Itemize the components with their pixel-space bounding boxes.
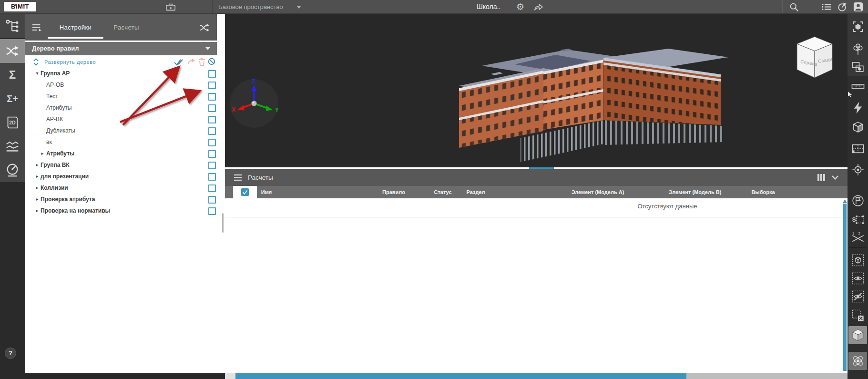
tree-checkbox[interactable] [208,196,216,204]
columns-icon[interactable] [817,174,826,181]
tree-row[interactable]: ▸ Коллизии [25,182,217,194]
rule-tree-dropdown[interactable]: Дерево правил [25,42,217,55]
tree-checkbox[interactable] [208,184,216,192]
tree-row[interactable]: АР-ОВ [25,79,217,91]
help-button[interactable]: ? [5,348,16,359]
multi-screen-select-button[interactable] [848,58,868,76]
select-element-button[interactable] [848,18,868,36]
clear-selection-button[interactable] [848,307,868,325]
panel-scrollbar[interactable] [217,14,225,373]
trash-icon[interactable] [198,58,205,66]
tree-row[interactable]: ▸ для презентации [25,171,217,182]
compare-models-button[interactable]: 1 2 [848,229,868,247]
tree-expander-icon[interactable]: ▸ [34,171,41,182]
table-vertical-scrollbar[interactable] [843,199,847,371]
expand-tree-button[interactable]: Развернуть дерево [44,57,96,67]
sum-button[interactable]: Σ [0,63,25,87]
chevron-down-icon[interactable] [832,175,838,180]
clash-run-button[interactable] [848,99,868,117]
panel-scrollbar-thumb[interactable] [222,213,224,233]
panel-shuffle-icon[interactable] [199,22,211,33]
vertical-scroll-thumb[interactable] [843,204,847,371]
measure-button[interactable] [848,77,868,95]
selection-set-button[interactable]: S [848,211,868,229]
disable-icon[interactable] [208,58,215,65]
tree-row[interactable]: Тест [25,91,217,102]
tree-expander-icon[interactable]: ▸ [39,148,46,159]
bimit-logo[interactable]: BiMiT [4,2,36,11]
shaded-view-button[interactable] [848,326,867,344]
flag-button[interactable] [848,192,868,210]
workspace-selector[interactable]: Базовое пространство [218,0,283,14]
model-tree-button[interactable] [0,14,25,38]
gauge-button[interactable] [0,158,25,182]
tree-expander-icon[interactable]: ▸ [34,159,41,171]
user-icon[interactable] [853,2,863,12]
tree-checkbox[interactable] [208,207,216,215]
column-header: Элемент (Модель B) [669,186,722,198]
graph-button[interactable] [0,134,25,158]
isolate-button[interactable] [848,251,868,269]
floor-plan-button[interactable] [848,140,868,158]
app-window: BiMiT Базовое пространство Школа.. ⚙ [0,0,868,379]
tree-row[interactable]: ▸ Атрибуты [25,148,217,159]
tree-expander-icon[interactable]: ▸ [34,182,41,194]
tree-row[interactable]: ▸ Проверка атрибута [25,194,217,205]
results-panel-title: Расчеты [248,169,273,186]
scrollbar-corner [225,373,235,379]
workspace-caret-icon[interactable] [296,6,301,9]
tree-row[interactable]: Дубликаты [25,125,217,136]
tree-checkbox[interactable] [208,139,216,146]
gear-icon[interactable]: ⚙ [516,1,524,13]
toolbar-divider [849,76,866,76]
horizontal-scroll-thumb[interactable] [235,373,686,379]
expand-collapse-icon[interactable] [33,58,39,66]
tree-toolbar: Развернуть дерево [25,57,217,67]
tree-row[interactable]: вк [25,136,217,148]
section-box-button[interactable] [848,118,868,136]
tree-checkbox[interactable] [208,116,216,123]
scroll-up-icon[interactable] [843,199,847,203]
sum-add-button[interactable]: Σ+ [0,87,25,111]
results-panel-bar: Расчеты [225,169,848,186]
redo-icon[interactable] [187,58,195,65]
show-button[interactable] [848,269,868,287]
orbit-button[interactable] [848,352,867,370]
tree-checkbox[interactable] [208,70,216,78]
tree-row[interactable]: ▸ Группа ВК [25,159,217,171]
search-icon[interactable] [789,2,799,12]
tree-row[interactable]: ▾ Группа АР [25,68,217,79]
tree-checkbox[interactable] [208,82,216,89]
hamburger-icon[interactable] [234,174,242,181]
tree-checkbox[interactable] [208,150,216,158]
panel-menu-icon[interactable] [31,23,42,31]
locate-button[interactable] [848,161,868,179]
list-icon[interactable] [822,3,831,10]
tree-expander-icon[interactable]: ▸ [34,205,41,216]
tree-expander-icon[interactable]: ▸ [34,194,41,205]
view-cube[interactable]: Справа Сзади [790,32,842,85]
axis-gizmo[interactable]: Z X Y [228,76,280,129]
share-icon[interactable] [534,3,543,11]
tree-checkbox[interactable] [208,162,216,169]
tree-checkbox[interactable] [208,127,216,135]
tree-checkbox[interactable] [208,104,216,112]
tree-row[interactable]: Атрибуты [25,102,217,113]
tree-expander-icon[interactable]: ▾ [34,68,41,79]
tree-select-button[interactable] [848,41,868,59]
tree-row[interactable]: АР-ВК [25,113,217,125]
briefcase-icon[interactable] [165,3,176,11]
hide-button[interactable] [848,287,868,306]
tab-settings[interactable]: Настройки [48,14,103,41]
2d-view-button[interactable]: 2D [0,111,25,134]
select-all-checkbox[interactable] [241,188,249,196]
check-all-icon[interactable] [174,58,184,66]
rules-shuffle-button[interactable] [0,39,25,63]
tree-row[interactable]: ▸ Проверка на нормативы [25,205,217,216]
column-header: Правило [382,186,405,198]
history-icon[interactable] [837,2,847,12]
table-horizontal-scrollbar[interactable] [225,373,848,379]
tree-checkbox[interactable] [208,173,216,181]
tab-calculations[interactable]: Расчеты [109,14,143,41]
tree-checkbox[interactable] [208,93,216,101]
